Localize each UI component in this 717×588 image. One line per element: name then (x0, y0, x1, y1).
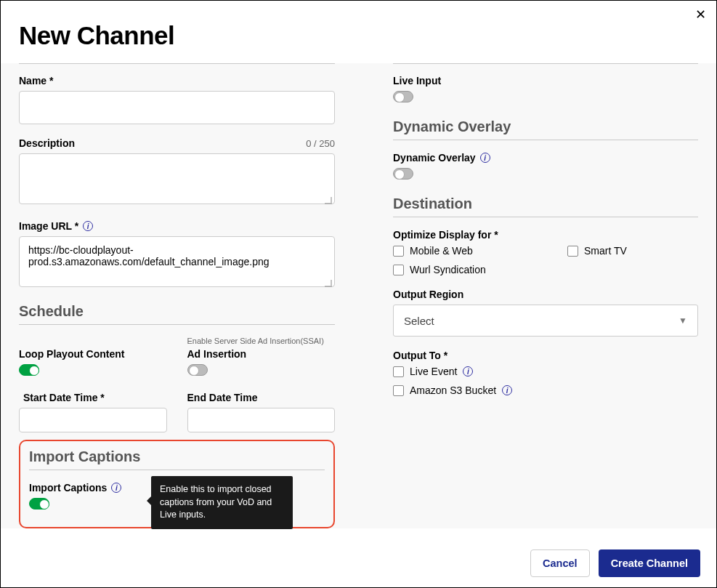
info-icon[interactable]: i (480, 153, 490, 163)
loop-playout-label: Loop Playout Content (19, 348, 167, 360)
checkbox-wurl[interactable] (393, 265, 404, 275)
ssai-hint: Enable Server Side Ad Insertion(SSAI) (187, 337, 336, 345)
checkbox-live-event[interactable] (393, 366, 404, 377)
output-region-value: Select (404, 315, 434, 327)
checkbox-s3-bucket[interactable] (393, 385, 404, 396)
live-input-label: Live Input (393, 75, 698, 86)
output-to-label: Output To * (393, 350, 698, 361)
info-icon[interactable]: i (111, 483, 121, 493)
info-icon[interactable]: i (463, 366, 473, 376)
info-icon[interactable]: i (83, 221, 93, 231)
loop-playout-toggle[interactable] (19, 364, 39, 376)
create-channel-button[interactable]: Create Channel (599, 549, 700, 577)
description-counter: 0 / 250 (306, 138, 335, 149)
image-url-input[interactable] (19, 236, 335, 287)
divider (393, 217, 698, 217)
cancel-button[interactable]: Cancel (530, 549, 590, 577)
schedule-section-title: Schedule (19, 303, 335, 320)
dialog-header: New Channel (1, 1, 716, 63)
divider (19, 324, 335, 325)
import-captions-highlight: Import Captions Import Captions i Enable… (19, 440, 335, 528)
info-icon[interactable]: i (502, 385, 512, 395)
divider (19, 63, 335, 64)
end-datetime-label: End Date Time (187, 392, 336, 403)
chevron-down-icon: ▼ (678, 315, 687, 326)
start-datetime-input[interactable] (19, 408, 167, 432)
live-input-toggle[interactable] (393, 91, 413, 102)
checkbox-smart-tv-label: Smart TV (584, 245, 627, 257)
divider (393, 140, 698, 140)
checkbox-s3-bucket-label: Amazon S3 Bucket (410, 384, 496, 396)
divider (393, 63, 698, 64)
checkbox-wurl-label: Wurl Syndication (410, 264, 486, 275)
description-label: Description (19, 137, 75, 149)
end-datetime-input[interactable] (187, 408, 336, 432)
dynamic-overlay-section-title: Dynamic Overlay (393, 118, 698, 135)
name-label: Name * (19, 75, 335, 86)
ad-insertion-label: Ad Insertion (187, 348, 336, 360)
destination-section-title: Destination (393, 196, 698, 212)
output-region-select[interactable]: Select ▼ (393, 305, 698, 337)
import-captions-toggle[interactable] (29, 498, 49, 510)
close-button[interactable]: ✕ (695, 8, 706, 21)
checkbox-mobile-web[interactable] (393, 246, 404, 257)
import-captions-tooltip: Enable this to import closed captions fr… (151, 476, 293, 529)
dialog-footer: Cancel Create Channel (1, 539, 716, 587)
checkbox-smart-tv[interactable] (567, 246, 578, 257)
checkbox-live-event-label: Live Event (410, 366, 457, 377)
dynamic-overlay-toggle[interactable] (393, 168, 413, 180)
image-url-label: Image URL * (19, 220, 78, 232)
description-input[interactable] (19, 153, 335, 204)
ad-insertion-toggle[interactable] (187, 364, 208, 376)
import-captions-label: Import Captions (29, 482, 107, 494)
optimize-display-label: Optimize Display for * (393, 229, 698, 241)
start-datetime-label: Start Date Time * (19, 392, 167, 403)
name-input[interactable] (19, 91, 335, 124)
divider (29, 470, 325, 470)
dialog-title: New Channel (19, 21, 698, 50)
dynamic-overlay-label: Dynamic Overlay (393, 152, 476, 164)
checkbox-mobile-web-label: Mobile & Web (410, 245, 473, 257)
import-captions-section-title: Import Captions (29, 448, 325, 465)
output-region-label: Output Region (393, 289, 698, 300)
